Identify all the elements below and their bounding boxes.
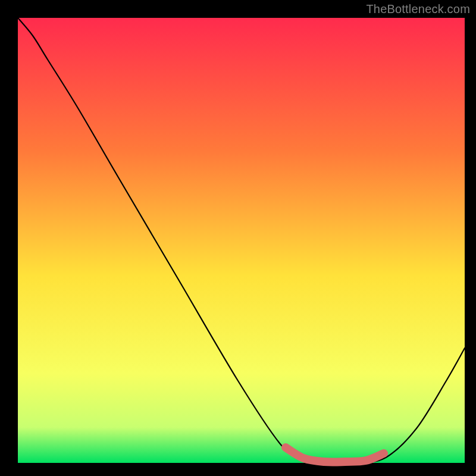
bottleneck-chart [0, 0, 476, 476]
gradient-background [18, 18, 465, 463]
chart-container: TheBottleneck.com [0, 0, 476, 476]
attribution-label: TheBottleneck.com [366, 2, 470, 16]
